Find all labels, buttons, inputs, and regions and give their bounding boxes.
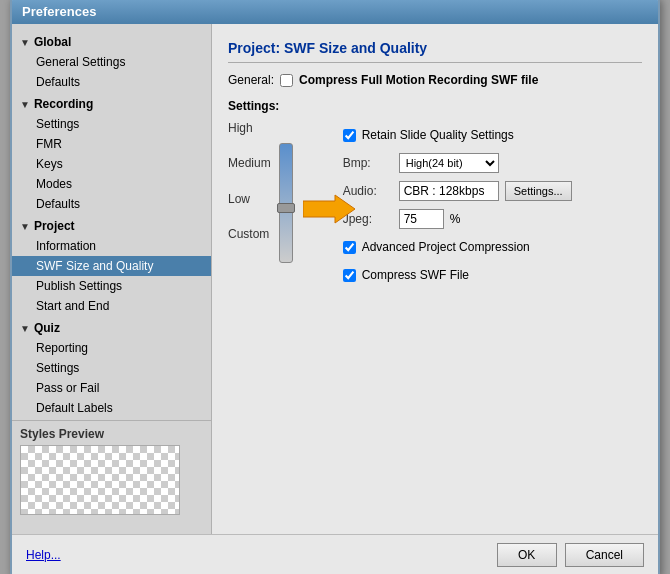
general-label: General: [228, 73, 274, 87]
expand-icon-project: ▼ [20, 221, 30, 232]
sidebar-category-label-recording: Recording [34, 97, 93, 111]
audio-settings-button[interactable]: Settings... [505, 181, 572, 201]
compress-swf-label: Compress SWF File [362, 268, 469, 282]
sidebar-category-quiz[interactable]: ▼ Quiz [12, 318, 211, 338]
sidebar-item-modes[interactable]: Modes [12, 174, 211, 194]
slider-container [279, 121, 303, 285]
styles-preview-section: Styles Preview [12, 420, 211, 521]
sidebar-category-project[interactable]: ▼ Project [12, 216, 211, 236]
retain-quality-label: Retain Slide Quality Settings [362, 128, 514, 142]
settings-label: Settings: [228, 99, 279, 113]
quality-high: High [228, 121, 271, 135]
sidebar-item-keys[interactable]: Keys [12, 154, 211, 174]
arrow-indicator [303, 193, 355, 228]
jpeg-input[interactable] [399, 209, 444, 229]
sidebar-item-defaults-recording[interactable]: Defaults [12, 194, 211, 214]
sidebar-item-default-labels[interactable]: Default Labels [12, 398, 211, 418]
jpeg-unit: % [450, 212, 461, 226]
sidebar-category-recording[interactable]: ▼ Recording [12, 94, 211, 114]
styles-preview-label: Styles Preview [20, 427, 203, 441]
compress-swf-checkbox[interactable] [343, 269, 356, 282]
sidebar-item-reporting[interactable]: Reporting [12, 338, 211, 358]
help-link[interactable]: Help... [26, 548, 61, 562]
expand-icon-quiz: ▼ [20, 323, 30, 334]
advanced-compression-row: Advanced Project Compression [343, 240, 572, 254]
sidebar: ▼ Global General Settings Defaults ▼ Rec… [12, 24, 212, 534]
advanced-compression-label: Advanced Project Compression [362, 240, 530, 254]
expand-icon-recording: ▼ [20, 99, 30, 110]
sidebar-category-label-project: Project [34, 219, 75, 233]
svg-marker-0 [303, 195, 355, 223]
compress-fmr-checkbox[interactable] [280, 74, 293, 87]
sidebar-item-publish-settings[interactable]: Publish Settings [12, 276, 211, 296]
expand-icon-global: ▼ [20, 37, 30, 48]
sidebar-item-fmr[interactable]: FMR [12, 134, 211, 154]
arrow-svg [303, 193, 355, 225]
compress-swf-row: Compress SWF File [343, 268, 572, 282]
sidebar-item-information[interactable]: Information [12, 236, 211, 256]
sidebar-item-general-settings[interactable]: General Settings [12, 52, 211, 72]
bmp-select[interactable]: High(24 bit) Medium(16 bit) Low(8 bit) [399, 153, 499, 173]
retain-quality-checkbox[interactable] [343, 129, 356, 142]
quality-medium: Medium [228, 156, 271, 170]
quality-custom: Custom [228, 227, 271, 241]
advanced-compression-checkbox[interactable] [343, 241, 356, 254]
main-content: Project: SWF Size and Quality General: C… [212, 24, 658, 534]
category-project: ▼ Project Information SWF Size and Quali… [12, 216, 211, 316]
quality-slider-track[interactable] [279, 143, 293, 263]
sidebar-category-global[interactable]: ▼ Global [12, 32, 211, 52]
dialog-footer: Help... OK Cancel [12, 534, 658, 574]
audio-row: Audio: Settings... [343, 181, 572, 201]
sidebar-category-label-global: Global [34, 35, 71, 49]
retain-quality-row: Retain Slide Quality Settings [343, 128, 572, 142]
general-row: General: Compress Full Motion Recording … [228, 73, 642, 87]
sidebar-item-start-end[interactable]: Start and End [12, 296, 211, 316]
content-title: Project: SWF Size and Quality [228, 40, 642, 63]
ok-button[interactable]: OK [497, 543, 557, 567]
quality-slider-thumb[interactable] [277, 203, 295, 213]
styles-preview-checkerboard [20, 445, 180, 515]
sidebar-item-pass-fail[interactable]: Pass or Fail [12, 378, 211, 398]
footer-buttons: OK Cancel [497, 543, 644, 567]
sidebar-item-recording-settings[interactable]: Settings [12, 114, 211, 134]
sidebar-item-swf-size-quality[interactable]: SWF Size and Quality [12, 256, 211, 276]
quality-labels: High Medium Low Custom [228, 121, 279, 241]
settings-fields: Retain Slide Quality Settings Bmp: High(… [343, 125, 572, 285]
sidebar-category-label-quiz: Quiz [34, 321, 60, 335]
bmp-row: Bmp: High(24 bit) Medium(16 bit) Low(8 b… [343, 153, 572, 173]
bmp-label: Bmp: [343, 156, 393, 170]
compress-fmr-label: Compress Full Motion Recording SWF file [299, 73, 538, 87]
dialog-title: Preferences [22, 4, 96, 19]
preferences-dialog: Preferences ▼ Global General Settings De… [10, 0, 660, 574]
quality-low: Low [228, 192, 271, 206]
audio-input[interactable] [399, 181, 499, 201]
jpeg-row: Jpeg: % [343, 209, 572, 229]
cancel-button[interactable]: Cancel [565, 543, 644, 567]
quality-area: High Medium Low Custom [228, 121, 642, 285]
sidebar-item-quiz-settings[interactable]: Settings [12, 358, 211, 378]
category-global: ▼ Global General Settings Defaults [12, 32, 211, 92]
settings-label-row: Settings: [228, 99, 642, 113]
title-bar: Preferences [12, 0, 658, 24]
category-quiz: ▼ Quiz Reporting Settings Pass or Fail D… [12, 318, 211, 418]
sidebar-item-defaults-global[interactable]: Defaults [12, 72, 211, 92]
category-recording: ▼ Recording Settings FMR Keys Modes Defa… [12, 94, 211, 214]
